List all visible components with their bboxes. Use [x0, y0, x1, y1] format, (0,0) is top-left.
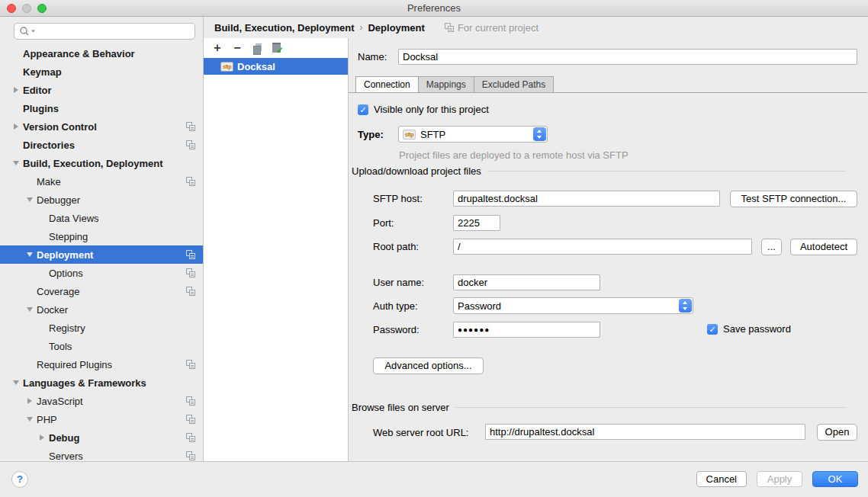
- current-project-icon: [186, 433, 195, 442]
- search-input[interactable]: [14, 23, 195, 40]
- apply-button[interactable]: Apply: [757, 471, 802, 487]
- zoom-window-icon[interactable]: [37, 4, 47, 13]
- sidebar-item-plugins[interactable]: Plugins: [0, 99, 203, 117]
- current-project-icon: [186, 360, 195, 369]
- chevron-right-icon[interactable]: [9, 87, 23, 93]
- titlebar: Preferences: [0, 0, 868, 17]
- sidebar-item-label: Tools: [49, 341, 72, 352]
- checkmark-list-icon: [272, 43, 282, 53]
- root-path-label: Root path:: [373, 241, 419, 252]
- sidebar-item-javascript[interactable]: JavaScript: [0, 392, 203, 410]
- current-project-icon: [445, 23, 454, 32]
- auth-type-value: Password: [458, 300, 679, 312]
- sftp-host-input[interactable]: [453, 191, 720, 207]
- test-sftp-connection-button[interactable]: Test SFTP connection...: [730, 191, 857, 207]
- advanced-options-button[interactable]: Advanced options...: [373, 358, 484, 374]
- sidebar-item-debug[interactable]: Debug: [0, 428, 203, 447]
- tab-excluded-paths[interactable]: Excluded Paths: [474, 76, 554, 93]
- web-root-label: Web server root URL:: [373, 427, 468, 438]
- sidebar-item-docker[interactable]: Docker: [0, 300, 203, 319]
- remove-server-button[interactable]: −: [231, 42, 243, 54]
- browse-root-path-button[interactable]: ...: [761, 239, 782, 255]
- combo-stepper-icon: [533, 127, 546, 141]
- open-url-button[interactable]: Open: [817, 424, 857, 441]
- copy-server-button[interactable]: [251, 42, 263, 54]
- copy-icon: [252, 43, 262, 53]
- sidebar-item-make[interactable]: Make: [0, 172, 203, 191]
- sidebar-item-label: Version Control: [23, 121, 97, 133]
- sidebar-item-label: Registry: [49, 322, 85, 334]
- sidebar-item-label: Keymap: [23, 66, 62, 78]
- type-select[interactable]: sftp SFTP: [398, 126, 548, 143]
- close-window-icon[interactable]: [7, 4, 16, 13]
- sidebar-item-label: Plugins: [23, 103, 59, 114]
- use-as-default-button[interactable]: [271, 42, 283, 54]
- chevron-right-icon[interactable]: [23, 398, 37, 404]
- port-label: Port:: [373, 217, 394, 229]
- visible-only-label: Visible only for this project: [374, 104, 489, 115]
- add-server-button[interactable]: +: [211, 42, 223, 54]
- ok-button[interactable]: OK: [812, 471, 858, 487]
- sidebar-item-data-views[interactable]: Data Views: [0, 209, 203, 227]
- sidebar-item-keymap[interactable]: Keymap: [0, 63, 203, 81]
- chevron-down-icon[interactable]: [9, 380, 23, 385]
- chevron-down-icon[interactable]: [9, 161, 23, 165]
- help-button[interactable]: ?: [11, 471, 28, 488]
- sidebar-item-options[interactable]: Options: [0, 264, 203, 282]
- chevron-down-icon[interactable]: [23, 307, 37, 312]
- tab-connection[interactable]: Connection: [355, 76, 419, 93]
- tab-bar: Connection Mappings Excluded Paths: [355, 76, 554, 93]
- sidebar-item-tools[interactable]: Tools: [0, 337, 203, 355]
- port-input[interactable]: [453, 215, 500, 231]
- sidebar-item-label: Make: [37, 176, 61, 188]
- preferences-window: Preferences Appearance & BehaviorKeymapE…: [0, 0, 868, 497]
- web-root-input[interactable]: [485, 424, 805, 440]
- sidebar-item-label: Debugger: [37, 194, 80, 206]
- servers-list-panel: + − sftp Docksal: [204, 38, 349, 461]
- chevron-right-icon[interactable]: [9, 123, 23, 130]
- sidebar-item-label: Build, Execution, Deployment: [23, 158, 162, 169]
- auth-type-select[interactable]: Password: [453, 297, 693, 314]
- sidebar-item-version-control[interactable]: Version Control: [0, 117, 203, 136]
- sidebar-item-editor[interactable]: Editor: [0, 81, 203, 99]
- sidebar-item-required-plugins[interactable]: Required Plugins: [0, 355, 203, 374]
- search-filter-chevron-icon: [31, 29, 36, 34]
- name-input[interactable]: [398, 49, 857, 65]
- sidebar-item-directories[interactable]: Directories: [0, 136, 203, 154]
- chevron-down-icon[interactable]: [23, 417, 37, 422]
- sidebar-item-debugger[interactable]: Debugger: [0, 191, 203, 209]
- breadcrumb-category[interactable]: Build, Execution, Deployment: [214, 22, 354, 34]
- autodetect-button[interactable]: Autodetect: [790, 239, 857, 255]
- current-project-icon: [186, 287, 195, 296]
- sidebar-item-servers[interactable]: Servers: [0, 447, 203, 461]
- chevron-down-icon[interactable]: [23, 197, 37, 202]
- sidebar-item-languages-frameworks[interactable]: Languages & Frameworks: [0, 374, 203, 392]
- sidebar-item-stepping[interactable]: Stepping: [0, 227, 203, 245]
- sidebar-item-registry[interactable]: Registry: [0, 319, 203, 337]
- sidebar-item-label: Docker: [37, 304, 68, 316]
- tab-mappings[interactable]: Mappings: [419, 76, 474, 93]
- server-list-item-docksal[interactable]: sftp Docksal: [204, 58, 348, 75]
- visible-only-checkbox[interactable]: ✓ Visible only for this project: [358, 104, 489, 115]
- chevron-down-icon[interactable]: [23, 252, 37, 257]
- user-name-input[interactable]: [453, 274, 600, 290]
- sidebar-item-build-execution-deployment[interactable]: Build, Execution, Deployment: [0, 154, 203, 172]
- section-rule: [455, 407, 846, 408]
- sidebar-item-deployment[interactable]: Deployment: [0, 245, 203, 264]
- upload-section-header: Upload/download project files: [352, 165, 855, 177]
- current-project-icon: [186, 396, 195, 406]
- settings-sidebar: Appearance & BehaviorKeymapEditorPlugins…: [0, 17, 204, 461]
- password-input[interactable]: [453, 322, 600, 338]
- save-password-checkbox[interactable]: ✓ Save password: [707, 323, 791, 335]
- minimize-window-icon[interactable]: [22, 4, 31, 13]
- sidebar-item-label: Coverage: [37, 286, 79, 297]
- current-project-icon: [186, 268, 195, 277]
- sidebar-item-php[interactable]: PHP: [0, 410, 203, 428]
- sidebar-item-coverage[interactable]: Coverage: [0, 282, 203, 300]
- root-path-input[interactable]: [453, 239, 752, 255]
- current-project-icon: [186, 122, 195, 131]
- cancel-button[interactable]: Cancel: [696, 471, 747, 487]
- sidebar-item-appearance-behavior[interactable]: Appearance & Behavior: [0, 44, 203, 63]
- chevron-right-icon[interactable]: [35, 434, 49, 441]
- sidebar-item-label: Debug: [49, 432, 79, 444]
